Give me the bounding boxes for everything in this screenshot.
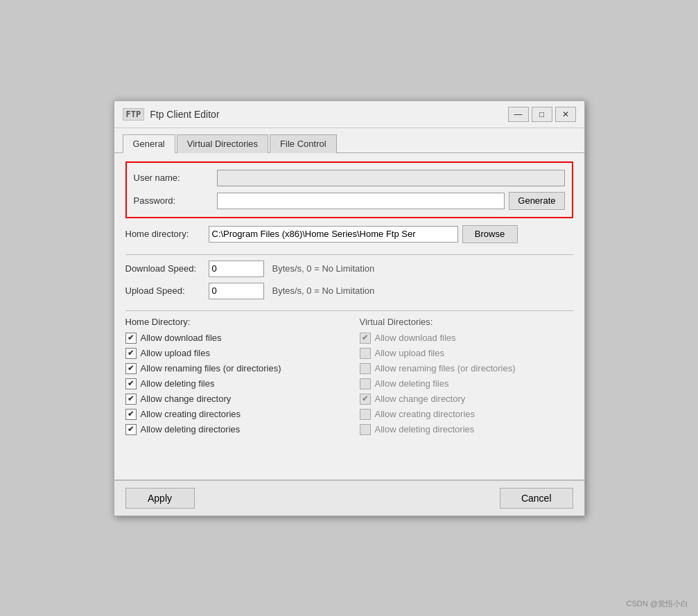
virt-checkbox-1[interactable] xyxy=(360,348,371,359)
title-bar-left: FTP Ftp Client Editor xyxy=(123,108,220,121)
virt-checkbox-label-0: Allow download files xyxy=(375,333,456,343)
cancel-button[interactable]: Cancel xyxy=(500,488,573,509)
home-checkbox-4[interactable] xyxy=(125,394,137,405)
home-checkbox-item-0: Allow download files xyxy=(125,333,339,344)
tab-virtual-directories[interactable]: Virtual Directories xyxy=(177,134,268,153)
home-directory-row: Home directory: Browse xyxy=(125,225,573,243)
virt-checkbox-4[interactable] xyxy=(360,394,371,405)
tab-file-control[interactable]: File Control xyxy=(270,134,336,153)
virt-checkbox-0[interactable] xyxy=(360,333,371,344)
credentials-section: User name: Password: Generate xyxy=(125,161,573,218)
virt-checkbox-3[interactable] xyxy=(360,378,371,389)
virt-checkbox-item-3: Allow deleting files xyxy=(360,378,573,389)
home-checkbox-label-4: Allow change directory xyxy=(141,394,232,404)
virt-checkbox-6[interactable] xyxy=(360,424,371,435)
virtual-checkboxes: Allow download filesAllow upload filesAl… xyxy=(360,333,573,435)
home-checkbox-label-0: Allow download files xyxy=(141,333,222,343)
home-checkbox-5[interactable] xyxy=(125,409,137,420)
home-checkbox-1[interactable] xyxy=(125,348,137,359)
tab-general[interactable]: General xyxy=(123,134,175,153)
close-button[interactable]: ✕ xyxy=(555,107,576,122)
virt-checkbox-item-1: Allow upload files xyxy=(360,348,573,359)
virt-checkbox-item-2: Allow renaming files (or directories) xyxy=(360,363,573,374)
virt-checkbox-label-4: Allow change directory xyxy=(375,394,466,404)
password-row: Password: Generate xyxy=(134,192,565,210)
ftp-client-editor-window: FTP Ftp Client Editor — □ ✕ General Virt… xyxy=(114,100,585,516)
bottom-bar: Apply Cancel xyxy=(114,479,584,516)
virt-checkbox-item-4: Allow change directory xyxy=(360,394,573,405)
username-label: User name: xyxy=(134,173,217,183)
divider-2 xyxy=(125,310,573,311)
home-checkbox-item-4: Allow change directory xyxy=(125,394,339,405)
home-checkbox-item-1: Allow upload files xyxy=(125,348,339,359)
watermark: CSDN @觉悟小白 xyxy=(627,599,688,609)
title-bar: FTP Ftp Client Editor — □ ✕ xyxy=(114,101,584,128)
virt-checkbox-label-3: Allow deleting files xyxy=(375,378,449,389)
upload-speed-label: Upload Speed: xyxy=(125,285,209,296)
home-directory-input[interactable] xyxy=(209,226,458,243)
home-checkbox-item-3: Allow deleting files xyxy=(125,378,339,389)
virt-checkbox-item-6: Allow deleting directories xyxy=(360,424,573,435)
generate-button[interactable]: Generate xyxy=(509,192,564,210)
home-directory-label: Home directory: xyxy=(125,229,209,239)
home-checkbox-item-2: Allow renaming files (or directories) xyxy=(125,363,339,374)
home-directory-col-title: Home Directory: xyxy=(125,317,339,327)
home-checkbox-item-5: Allow creating directories xyxy=(125,409,339,420)
download-speed-input[interactable] xyxy=(209,261,264,277)
home-checkbox-label-5: Allow creating directories xyxy=(141,409,241,419)
browse-button[interactable]: Browse xyxy=(462,225,518,243)
upload-speed-hint: Bytes/s, 0 = No Limitation xyxy=(272,285,375,296)
upload-speed-row: Upload Speed: Bytes/s, 0 = No Limitation xyxy=(125,283,573,299)
virt-checkbox-item-5: Allow creating directories xyxy=(360,409,573,420)
home-checkbox-item-6: Allow deleting directories xyxy=(125,424,339,435)
home-checkbox-6[interactable] xyxy=(125,424,137,435)
virt-checkbox-label-1: Allow upload files xyxy=(375,348,444,358)
password-label: Password: xyxy=(134,195,217,206)
divider-1 xyxy=(125,254,573,255)
download-speed-row: Download Speed: Bytes/s, 0 = No Limitati… xyxy=(125,261,573,277)
apply-button[interactable]: Apply xyxy=(125,488,195,509)
minimize-button[interactable]: — xyxy=(508,107,529,122)
download-speed-hint: Bytes/s, 0 = No Limitation xyxy=(272,263,375,274)
virt-checkbox-label-5: Allow creating directories xyxy=(375,409,475,419)
home-checkbox-label-1: Allow upload files xyxy=(141,348,210,358)
virt-checkbox-5[interactable] xyxy=(360,409,371,420)
tab-bar: General Virtual Directories File Control xyxy=(114,128,584,153)
virt-checkbox-2[interactable] xyxy=(360,363,371,374)
password-input[interactable] xyxy=(217,193,505,209)
main-content: User name: Password: Generate Home direc… xyxy=(114,153,584,479)
permissions-section: Home Directory: Allow download filesAllo… xyxy=(125,317,573,471)
window-controls: — □ ✕ xyxy=(508,107,576,122)
home-checkboxes: Allow download filesAllow upload filesAl… xyxy=(125,333,339,435)
virt-checkbox-label-2: Allow renaming files (or directories) xyxy=(375,363,516,373)
maximize-button[interactable]: □ xyxy=(532,107,552,122)
home-checkbox-0[interactable] xyxy=(125,333,137,344)
username-input[interactable] xyxy=(217,170,565,186)
home-directory-col: Home Directory: Allow download filesAllo… xyxy=(125,317,339,471)
upload-speed-input[interactable] xyxy=(209,283,264,299)
window-title: Ftp Client Editor xyxy=(150,109,219,120)
virt-checkbox-label-6: Allow deleting directories xyxy=(375,424,475,434)
download-speed-label: Download Speed: xyxy=(125,263,209,274)
home-checkbox-3[interactable] xyxy=(125,378,137,389)
app-icon: FTP xyxy=(123,108,145,121)
home-checkbox-label-2: Allow renaming files (or directories) xyxy=(141,363,281,373)
virt-checkbox-item-0: Allow download files xyxy=(360,333,573,344)
virtual-directories-col: Virtual Directories: Allow download file… xyxy=(360,317,573,471)
home-checkbox-2[interactable] xyxy=(125,363,137,374)
home-checkbox-label-3: Allow deleting files xyxy=(141,378,215,389)
virtual-directories-col-title: Virtual Directories: xyxy=(360,317,573,327)
username-row: User name: xyxy=(134,170,565,186)
home-checkbox-label-6: Allow deleting directories xyxy=(141,424,241,434)
